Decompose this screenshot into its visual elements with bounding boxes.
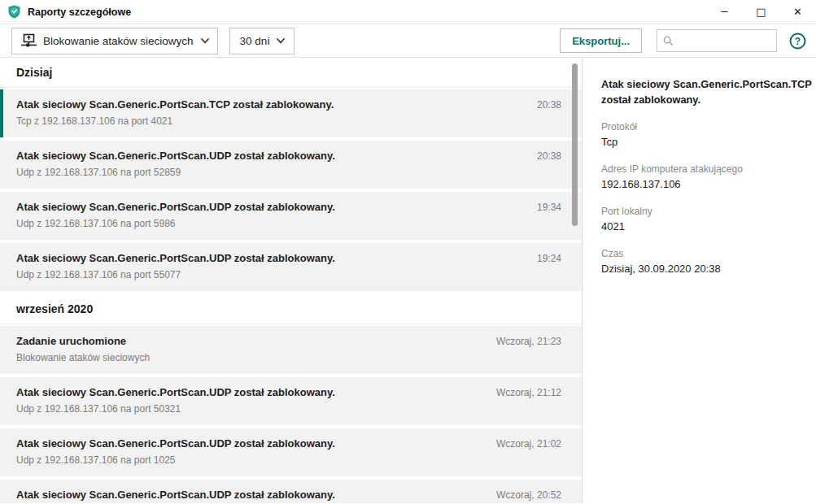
details-field-time: Czas Dzisiaj, 30.09.2020 20:38 bbox=[601, 248, 813, 275]
details-title: Atak sieciowy Scan.Generic.PortScan.TCP … bbox=[601, 76, 813, 107]
report-row-time: Wczoraj, 21:02 bbox=[496, 438, 561, 450]
title-bar: Raporty szczegółowe ─ □ ✕ bbox=[0, 0, 816, 24]
window-title: Raporty szczegółowe bbox=[28, 7, 131, 18]
report-row-title: Atak sieciowy Scan.Generic.PortScan.TCP … bbox=[16, 98, 504, 111]
report-list: Dzisiaj Atak sieciowy Scan.Generic.PortS… bbox=[0, 58, 583, 503]
report-row[interactable]: Atak sieciowy Scan.Generic.PortScan.UDP … bbox=[0, 243, 582, 291]
close-button[interactable]: ✕ bbox=[779, 0, 816, 24]
toolbar: Blokowanie ataków sieciowych 30 dni Eksp… bbox=[0, 24, 816, 58]
chevron-down-icon bbox=[201, 38, 209, 44]
section-header-label: wrzesień 2020 bbox=[16, 302, 93, 315]
report-row-subtitle: Udp z 192.168.137.106 na port 55077 bbox=[16, 269, 504, 280]
app-shield-icon bbox=[7, 5, 21, 19]
report-row-subtitle: Udp z 192.168.137.106 na port 5986 bbox=[16, 218, 504, 229]
export-button[interactable]: Eksportuj... bbox=[560, 28, 642, 53]
report-row-time: 19:24 bbox=[537, 253, 561, 264]
report-row[interactable]: Atak sieciowy Scan.Generic.PortScan.TCP … bbox=[0, 89, 582, 137]
chevron-down-icon bbox=[277, 38, 285, 44]
list-section-header: wrzesień 2020 bbox=[0, 294, 582, 324]
report-row-title: Atak sieciowy Scan.Generic.PortScan.UDP … bbox=[16, 150, 504, 162]
report-row-title: Zadanie uruchomione bbox=[16, 335, 504, 347]
scrollbar-thumb[interactable] bbox=[572, 63, 578, 226]
report-row-time: Wczoraj, 21:12 bbox=[496, 387, 561, 398]
search-icon bbox=[663, 35, 673, 46]
search-input[interactable] bbox=[678, 35, 770, 46]
report-row-title: Atak sieciowy Scan.Generic.PortScan.UDP … bbox=[16, 489, 504, 501]
details-field-local-port: Port lokalny 4021 bbox=[601, 206, 813, 232]
field-label: Czas bbox=[601, 248, 813, 259]
report-row[interactable]: Zadanie uruchomione Blokowanie ataków si… bbox=[0, 326, 582, 374]
section-header-label: Dzisiaj bbox=[16, 66, 52, 79]
report-row-subtitle: Udp z 192.168.137.106 na port 50321 bbox=[16, 403, 504, 415]
period-dropdown[interactable]: 30 dni bbox=[229, 28, 295, 54]
minimize-button[interactable]: ─ bbox=[706, 0, 743, 24]
report-row-subtitle: Blokowanie ataków sieciowych bbox=[16, 352, 504, 363]
details-field-protocol: Protokół Tcp bbox=[601, 121, 813, 148]
report-row-time: Wczoraj, 20:52 bbox=[496, 489, 561, 501]
report-row-title: Atak sieciowy Scan.Generic.PortScan.UDP … bbox=[16, 201, 504, 213]
maximize-button[interactable]: □ bbox=[743, 0, 779, 24]
report-row-subtitle: Tcp z 192.168.137.106 na port 4021 bbox=[16, 115, 504, 127]
details-panel: Atak sieciowy Scan.Generic.PortScan.TCP … bbox=[583, 58, 816, 503]
help-icon[interactable]: ? bbox=[789, 33, 806, 50]
svg-text:?: ? bbox=[795, 36, 801, 47]
report-type-dropdown[interactable]: Blokowanie ataków sieciowych bbox=[11, 28, 218, 54]
window-controls: ─ □ ✕ bbox=[706, 0, 816, 24]
field-label: Protokół bbox=[601, 121, 813, 133]
report-row-time: 19:34 bbox=[537, 202, 561, 213]
report-row[interactable]: Atak sieciowy Scan.Generic.PortScan.UDP … bbox=[0, 428, 582, 476]
search-box[interactable] bbox=[657, 29, 777, 52]
report-row-subtitle: Udp z 192.168.137.106 na port 1025 bbox=[16, 454, 504, 466]
field-label: Port lokalny bbox=[601, 206, 813, 217]
field-value: 4021 bbox=[601, 220, 813, 232]
report-row-time: 20:38 bbox=[537, 99, 561, 111]
report-row-time: Wczoraj, 21:23 bbox=[496, 336, 561, 347]
field-value: Dzisiaj, 30.09.2020 20:38 bbox=[601, 263, 813, 275]
field-value: Tcp bbox=[601, 136, 813, 148]
details-field-attacker-ip: Adres IP komputera atakującego 192.168.1… bbox=[601, 163, 813, 190]
period-label: 30 dni bbox=[240, 35, 270, 47]
field-value: 192.168.137.106 bbox=[601, 178, 813, 190]
report-row[interactable]: Atak sieciowy Scan.Generic.PortScan.UDP … bbox=[0, 141, 582, 189]
network-attack-blocker-icon bbox=[20, 33, 37, 49]
report-row[interactable]: Atak sieciowy Scan.Generic.PortScan.UDP … bbox=[0, 192, 582, 240]
report-row-title: Atak sieciowy Scan.Generic.PortScan.UDP … bbox=[16, 252, 504, 264]
report-row-time: 20:38 bbox=[537, 150, 561, 162]
report-type-label: Blokowanie ataków sieciowych bbox=[43, 35, 194, 47]
report-row[interactable]: Atak sieciowy Scan.Generic.PortScan.UDP … bbox=[0, 377, 582, 425]
field-label: Adres IP komputera atakującego bbox=[601, 163, 813, 175]
report-row-title: Atak sieciowy Scan.Generic.PortScan.UDP … bbox=[16, 437, 504, 450]
content-area: Dzisiaj Atak sieciowy Scan.Generic.PortS… bbox=[0, 58, 816, 503]
list-section-header: Dzisiaj bbox=[0, 58, 582, 88]
report-row-title: Atak sieciowy Scan.Generic.PortScan.UDP … bbox=[16, 386, 504, 398]
report-row[interactable]: Atak sieciowy Scan.Generic.PortScan.UDP … bbox=[0, 480, 582, 503]
report-row-subtitle: Udp z 192.168.137.106 na port 52859 bbox=[16, 167, 504, 178]
